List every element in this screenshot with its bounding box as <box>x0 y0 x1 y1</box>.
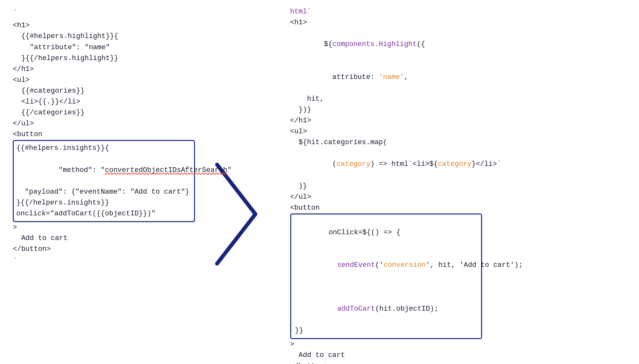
left-line-button: <button <box>13 129 195 140</box>
right-addtocart-fn: addToCart <box>337 305 375 313</box>
right-highlight-box: onClick=${() => { sendEvent('conversion'… <box>290 213 482 339</box>
right-line-h1-close: </h1> <box>290 115 613 126</box>
right-line-h1: <h1> <box>290 17 613 28</box>
right-highlight-component: components.Highlight <box>332 40 417 48</box>
left-line-helpers-highlight: {{#helpers.highlight}}{ <box>13 31 195 42</box>
left-line-helpers-highlight-close: }{{/helpers.highlight}} <box>13 53 195 64</box>
right-sendevent-conversion: conversion <box>384 261 426 269</box>
right-line-gt: > <box>290 339 613 350</box>
left-box-method-squiggly: convertedObjectIDsAfterSearch <box>105 166 227 174</box>
left-box-line1: {{#helpers.insights}}{ <box>16 143 191 154</box>
right-sendevent-add-to-cart: Add to cart <box>464 261 510 269</box>
left-backtick-bottom: ` <box>13 255 195 268</box>
right-sendevent-pre <box>329 261 337 269</box>
right-line-ul-close: </ul> <box>290 192 613 203</box>
left-line-ul-close: </ul> <box>13 118 195 129</box>
left-line-li: <li>{{.}}</li> <box>13 97 195 107</box>
right-box-line3: addToCart(hit.objectID); <box>295 292 477 325</box>
left-box-line3: "payload": {"eventName": "Add to cart"} <box>16 187 191 197</box>
right-line-category-arrow: (category) => html`<li>${category}</li>` <box>290 148 613 181</box>
right-line-categories-map: ${hit.categories.map( <box>290 137 613 148</box>
right-highlight-pre: ${ <box>316 40 332 48</box>
right-cat-mid: ) => html`<li>${ <box>370 160 438 168</box>
right-attr-comma: , <box>404 73 408 81</box>
arrow-icon <box>211 158 262 270</box>
right-line-ul: <ul> <box>290 126 613 137</box>
right-highlight-paren: ({ <box>417 40 425 48</box>
right-box-line1: onClick=${() => { <box>295 216 477 249</box>
left-line-ul: <ul> <box>13 75 195 86</box>
page-container: ` <h1> {{#helpers.highlight}}{ "attribut… <box>0 0 639 364</box>
right-html-label: html` <box>290 6 613 17</box>
left-line-button-close: </button> <box>13 244 195 255</box>
right-sendevent-args-pre: (' <box>375 261 383 269</box>
arrow-container <box>208 0 265 364</box>
left-line-categories-open: {{#categories}} <box>13 86 195 97</box>
right-box-line2: sendEvent('conversion', hit, 'Add to car… <box>295 249 477 292</box>
right-cat-pre: ( <box>316 160 337 168</box>
left-line-h1: <h1> <box>13 20 195 31</box>
right-cat-param: category <box>337 160 370 168</box>
left-box-method-post: " <box>227 166 231 174</box>
left-line-h1-close: </h1> <box>13 64 195 75</box>
left-highlight-box: {{#helpers.insights}}{ "method": "conver… <box>13 140 195 222</box>
right-line-attribute: attribute: 'name', <box>290 61 613 93</box>
left-line-add-to-cart: Add to cart <box>13 233 195 244</box>
left-box-line2: "method": "convertedObjectIDsAfterSearch… <box>16 154 191 187</box>
right-cat-var: category <box>438 160 472 168</box>
right-line-hit: hit, <box>290 94 613 105</box>
right-line-add-to-cart: Add to cart <box>290 350 613 361</box>
left-panel: ` <h1> {{#helpers.highlight}}{ "attribut… <box>0 0 208 364</box>
right-cat-post: }</li>` <box>471 160 501 168</box>
right-box-line4: }} <box>295 325 477 336</box>
left-line-attribute: "attribute": "name" <box>13 42 195 53</box>
left-backtick-top: ` <box>13 6 195 20</box>
right-addtocart-args: (hit.objectID); <box>375 305 438 313</box>
right-sendevent-args-post: '); <box>510 261 523 269</box>
right-attr-value: 'name' <box>379 73 404 81</box>
right-sendevent-args-mid: ', hit, ' <box>426 261 464 269</box>
right-panel: html` <h1> ${components.Highlight({ attr… <box>265 0 639 364</box>
right-line-close-obj: })} <box>290 105 613 115</box>
left-box-line4: }{{/helpers.insights}} <box>16 197 191 208</box>
left-line-categories-close: {{/categories}} <box>13 107 195 118</box>
right-line-components-highlight: ${components.Highlight({ <box>290 28 613 61</box>
right-addtocart-pre <box>329 305 337 313</box>
left-box-method-pre: "method": " <box>50 166 105 174</box>
left-line-gt: > <box>13 222 195 233</box>
left-box-line5: onclick="addToCart({{objectID}})" <box>16 208 191 219</box>
right-sendevent-fn: sendEvent <box>337 261 375 269</box>
right-attr-pre: attribute: <box>316 73 379 81</box>
right-line-map-close: )} <box>290 181 613 192</box>
right-line-button: <button <box>290 203 613 213</box>
right-line-button-close: </button> <box>290 361 613 364</box>
right-onclick-pre: onClick=${() => { <box>329 228 400 236</box>
